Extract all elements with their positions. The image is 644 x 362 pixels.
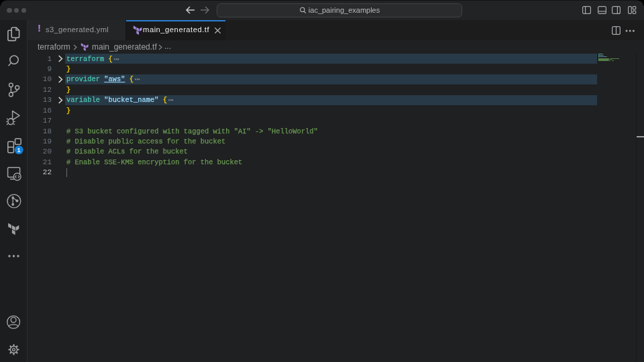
- svg-text:1: 1: [17, 147, 21, 154]
